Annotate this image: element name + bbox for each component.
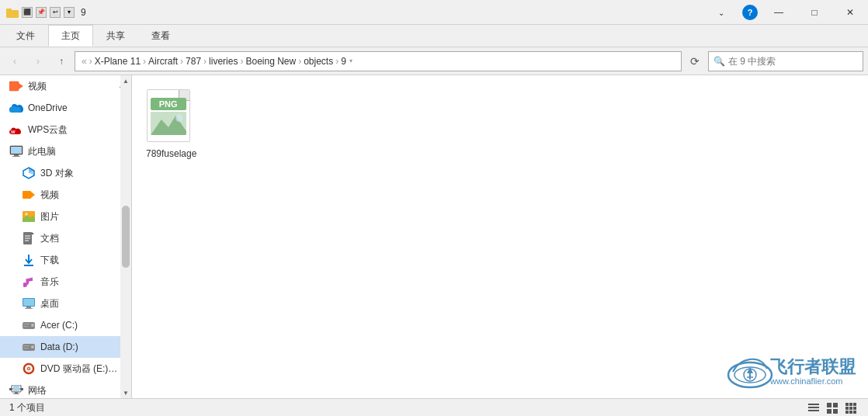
sidebar-item-music[interactable]: 音乐 (0, 271, 131, 293)
sidebar-item-video1[interactable]: 视频 (0, 75, 131, 97)
scroll-thumb[interactable] (122, 206, 130, 268)
file-name-789fuselage: 789fuselage (146, 148, 196, 159)
sidebar-item-disk-d[interactable]: Data (D:) (0, 336, 131, 358)
list-view-button[interactable] (806, 400, 821, 416)
dvd-icon (22, 362, 36, 376)
path-item-objects[interactable]: objects (304, 56, 333, 67)
svg-point-50 (175, 114, 182, 122)
svg-rect-67 (849, 407, 852, 410)
scroll-up-arrow[interactable]: ▲ (120, 75, 131, 86)
title-bar-controls: ⌄ ? — □ ✕ (703, 0, 868, 25)
svg-rect-43 (13, 393, 19, 394)
ribbon-collapse-btn[interactable]: ⌄ (703, 0, 739, 25)
desk-icon (22, 296, 36, 310)
svg-rect-61 (827, 409, 832, 414)
sidebar-item-doc[interactable]: 文档 (0, 227, 131, 249)
tab-view[interactable]: 查看 (138, 25, 183, 47)
close-button[interactable]: ✕ (832, 0, 868, 25)
sidebar-item-onedrive[interactable]: OneDrive (0, 97, 131, 119)
svg-rect-68 (853, 407, 856, 410)
svg-rect-25 (23, 299, 34, 306)
path-item-boeing[interactable]: Boeing New (245, 56, 296, 67)
undo-icon[interactable]: ↩ (50, 7, 61, 18)
ribbon: 文件 主页 共享 查看 (0, 25, 868, 47)
back-button[interactable]: ‹ (5, 51, 25, 71)
dropdown-icon[interactable]: ▾ (64, 7, 75, 18)
watermark-url-text: www.chinaflier.com (770, 376, 856, 386)
svg-rect-27 (25, 308, 33, 309)
video2-icon (22, 188, 36, 202)
sidebar-item-pic[interactable]: 图片 (0, 206, 131, 227)
svg-rect-7 (11, 147, 22, 154)
path-item-9[interactable]: 9 (341, 56, 346, 67)
svg-rect-0 (6, 10, 19, 18)
sidebar-item-3d[interactable]: 3D 对象 (0, 162, 131, 184)
sidebar-scrollbar[interactable]: ▲ ▼ (120, 75, 131, 398)
svg-rect-42 (15, 392, 18, 393)
address-path[interactable]: « › X-Plane 11 › Aircraft › 787 › liveri… (75, 51, 682, 71)
sidebar-item-desk[interactable]: 桌面 (0, 293, 131, 314)
scroll-down-arrow[interactable]: ▼ (120, 387, 131, 398)
music-icon (22, 275, 36, 289)
svg-rect-58 (808, 410, 819, 411)
sidebar-item-dl[interactable]: 下载 (0, 249, 131, 271)
search-input[interactable] (728, 56, 858, 67)
path-dropdown-btn[interactable]: ▾ (349, 57, 352, 64)
maximize-button[interactable]: □ (797, 0, 832, 25)
watermark-text: 飞行者联盟 www.chinaflier.com (770, 358, 856, 386)
sidebar-item-disk-c[interactable]: Acer (C:) (0, 314, 131, 336)
svg-rect-71 (853, 411, 856, 414)
svg-rect-63 (845, 403, 849, 406)
svg-rect-70 (849, 411, 852, 414)
path-sep-3: › (180, 56, 183, 67)
refresh-button[interactable]: ⟳ (685, 51, 705, 71)
minimize-button[interactable]: — (761, 0, 797, 25)
pin-icon[interactable]: 📌 (36, 7, 47, 18)
path-sep-7: › (335, 56, 339, 67)
sidebar-label-pc: 此电脑 (28, 145, 56, 158)
status-item-count: 1 个项目 (9, 401, 45, 414)
tab-file[interactable]: 文件 (3, 25, 48, 47)
up-button[interactable]: ↑ (51, 51, 71, 71)
path-sep-4: › (203, 56, 207, 67)
quick-access-icon[interactable]: ⬛ (22, 7, 33, 18)
net-icon (9, 383, 23, 397)
path-sep-1: › (89, 56, 92, 67)
svg-rect-31 (23, 326, 28, 327)
svg-marker-3 (19, 83, 23, 89)
tab-share[interactable]: 共享 (93, 25, 138, 47)
svg-point-33 (31, 345, 34, 348)
status-view-controls (806, 400, 859, 416)
watermark: 飞行者联盟 www.chinaflier.com (727, 353, 856, 390)
path-item-xplane[interactable]: X-Plane 11 (95, 56, 141, 67)
onedrive-icon (9, 101, 23, 115)
sidebar-item-net[interactable]: 网络 (0, 380, 131, 398)
path-item-787[interactable]: 787 (186, 56, 201, 67)
forward-button[interactable]: › (28, 51, 48, 71)
sidebar-item-wps[interactable]: W WPS云盘 (0, 119, 131, 140)
sidebar-item-pc[interactable]: 此电脑 (0, 140, 131, 162)
sidebar-label-music: 音乐 (40, 276, 59, 289)
sidebar-label-video2: 视频 (40, 189, 59, 202)
sidebar-label-dvd: DVD 驱动器 (E:) XI (40, 362, 118, 376)
dl-icon (22, 253, 36, 267)
detail-view-button[interactable] (825, 400, 840, 416)
title-bar: ⬛ 📌 ↩ ▾ 9 ⌄ ? — □ ✕ (0, 0, 868, 25)
tab-home[interactable]: 主页 (48, 25, 93, 47)
path-item-aircraft[interactable]: Aircraft (148, 56, 178, 67)
sidebar-item-dvd[interactable]: DVD 驱动器 (E:) XI (0, 358, 131, 380)
tile-view-button[interactable] (843, 400, 859, 416)
svg-rect-56 (808, 404, 819, 405)
svg-rect-65 (853, 403, 856, 406)
search-icon: 🔍 (713, 56, 725, 67)
folder-icon (6, 6, 19, 19)
path-item-liveries[interactable]: liveries (209, 56, 238, 67)
3d-icon (22, 166, 36, 180)
svg-rect-30 (23, 324, 30, 324)
sidebar-label-net: 网络 (28, 384, 47, 397)
svg-point-39 (28, 368, 30, 369)
file-item-789fuselage[interactable]: PNG 789fuselage (141, 85, 201, 164)
disk-d-icon (22, 340, 36, 354)
sidebar-item-video2[interactable]: 视频 (0, 184, 131, 206)
help-icon[interactable]: ? (742, 5, 758, 20)
